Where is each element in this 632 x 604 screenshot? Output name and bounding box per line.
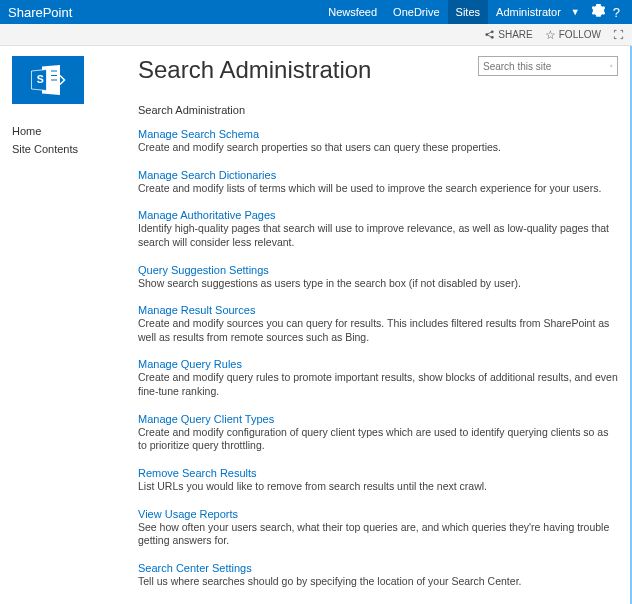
share-button[interactable]: SHARE [484, 29, 532, 40]
admin-section-2: Manage Authoritative PagesIdentify high-… [138, 209, 618, 249]
brand-label[interactable]: SharePoint [8, 5, 72, 20]
admin-desc-1: Create and modify lists of terms which w… [138, 182, 618, 196]
admin-desc-9: Tell us where searches should go by spec… [138, 575, 618, 589]
admin-link-1[interactable]: Manage Search Dictionaries [138, 169, 276, 181]
follow-button[interactable]: ☆ FOLLOW [545, 28, 601, 42]
search-input[interactable] [483, 61, 610, 72]
page-title: Search Administration [138, 56, 371, 84]
svg-point-2 [486, 33, 489, 36]
admin-link-5[interactable]: Manage Query Rules [138, 358, 242, 370]
admin-section-6: Manage Query Client TypesCreate and modi… [138, 413, 618, 453]
admin-desc-6: Create and modify configuration of query… [138, 426, 618, 453]
admin-desc-2: Identify high-quality pages that search … [138, 222, 618, 249]
page-body: S Home Site Contents Search Administrati… [0, 46, 632, 604]
admin-link-6[interactable]: Manage Query Client Types [138, 413, 274, 425]
svg-point-4 [610, 65, 612, 67]
svg-point-0 [491, 30, 494, 33]
sharepoint-icon: S [30, 65, 66, 95]
admin-link-9[interactable]: Search Center Settings [138, 562, 252, 574]
admin-desc-0: Create and modify search properties so t… [138, 141, 618, 155]
admin-desc-7: List URLs you would like to remove from … [138, 480, 618, 494]
breadcrumb: Search Administration [138, 104, 618, 116]
action-bar: SHARE ☆ FOLLOW [0, 24, 632, 46]
admin-link-7[interactable]: Remove Search Results [138, 467, 257, 479]
left-column: S Home Site Contents [12, 56, 138, 604]
admin-desc-8: See how often your users search, what th… [138, 521, 618, 548]
focus-button[interactable] [613, 29, 624, 40]
share-icon [484, 29, 495, 40]
caret-down-icon: ▼ [571, 7, 580, 17]
admin-section-3: Query Suggestion SettingsShow search sug… [138, 264, 618, 291]
admin-link-0[interactable]: Manage Search Schema [138, 128, 259, 140]
top-bar: SharePoint Newsfeed OneDrive Sites Admin… [0, 0, 632, 24]
admin-section-4: Manage Result SourcesCreate and modify s… [138, 304, 618, 344]
admin-desc-5: Create and modify query rules to promote… [138, 371, 618, 398]
admin-section-1: Manage Search DictionariesCreate and mod… [138, 169, 618, 196]
admin-section-5: Manage Query RulesCreate and modify quer… [138, 358, 618, 398]
admin-desc-4: Create and modify sources you can query … [138, 317, 618, 344]
star-icon: ☆ [545, 28, 556, 42]
svg-point-1 [491, 36, 494, 39]
admin-section-9: Search Center SettingsTell us where sear… [138, 562, 618, 589]
topnav-onedrive[interactable]: OneDrive [385, 0, 447, 24]
leftnav-home[interactable]: Home [12, 122, 138, 140]
left-nav: Home Site Contents [12, 122, 138, 158]
leftnav-site-contents[interactable]: Site Contents [12, 140, 138, 158]
admin-section-8: View Usage ReportsSee how often your use… [138, 508, 618, 548]
site-logo[interactable]: S [12, 56, 84, 104]
admin-link-3[interactable]: Query Suggestion Settings [138, 264, 269, 276]
help-icon[interactable]: ? [609, 5, 624, 20]
search-icon[interactable] [610, 60, 613, 72]
svg-text:S: S [37, 73, 44, 85]
admin-label: Administrator [496, 6, 561, 18]
focus-icon [613, 29, 624, 40]
title-row: Search Administration [138, 56, 618, 84]
topnav-newsfeed[interactable]: Newsfeed [320, 0, 385, 24]
admin-link-2[interactable]: Manage Authoritative Pages [138, 209, 276, 221]
admin-section-7: Remove Search ResultsList URLs you would… [138, 467, 618, 494]
admin-link-8[interactable]: View Usage Reports [138, 508, 238, 520]
top-nav: Newsfeed OneDrive Sites Administrator ▼ … [320, 0, 624, 24]
admin-section-0: Manage Search SchemaCreate and modify se… [138, 128, 618, 155]
search-box[interactable] [478, 56, 618, 76]
admin-desc-3: Show search suggestions as users type in… [138, 277, 618, 291]
gear-icon[interactable] [588, 4, 609, 20]
main-content: Search Administration Search Administrat… [138, 56, 618, 604]
admin-link-4[interactable]: Manage Result Sources [138, 304, 255, 316]
svg-line-5 [612, 66, 613, 67]
admin-menu[interactable]: Administrator ▼ [488, 6, 588, 18]
topnav-sites[interactable]: Sites [448, 0, 488, 24]
